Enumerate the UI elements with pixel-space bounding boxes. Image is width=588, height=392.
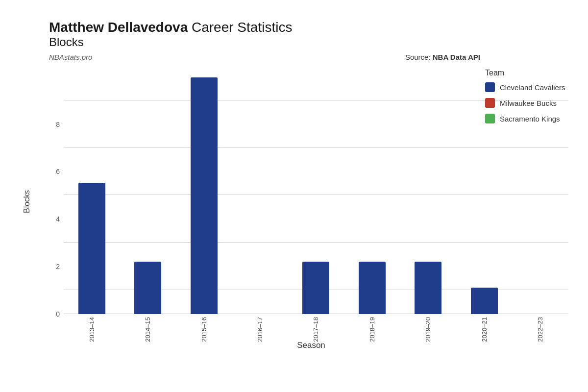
y-tick-labels: 02468 bbox=[39, 64, 64, 314]
player-name: Matthew Dellavedova bbox=[49, 20, 188, 35]
bar-group bbox=[176, 64, 232, 314]
bar-group bbox=[120, 64, 175, 314]
bar-group bbox=[288, 64, 344, 314]
chart-subtitle: Blocks bbox=[49, 35, 578, 49]
y-tick-label: 8 bbox=[56, 121, 60, 128]
x-tick: 2018–19 bbox=[344, 314, 400, 339]
legend: Team Cleveland CavaliersMilwaukee BucksS… bbox=[485, 69, 573, 129]
bar bbox=[302, 262, 329, 314]
y-tick-label: 2 bbox=[56, 263, 60, 270]
source-left: NBAstats.pro bbox=[49, 53, 405, 61]
x-axis-title: Season bbox=[20, 341, 578, 350]
bar-group bbox=[344, 64, 400, 314]
bar bbox=[134, 262, 161, 314]
legend-item: Sacramento Kings bbox=[485, 114, 573, 123]
chart-container: Matthew Dellavedova Career Statistics Bl… bbox=[0, 0, 588, 392]
legend-title: Team bbox=[485, 69, 573, 77]
x-tick: 2015–16 bbox=[176, 314, 232, 339]
legend-item: Milwaukee Bucks bbox=[485, 98, 573, 108]
bar bbox=[359, 262, 386, 314]
x-axis-labels: 2013–142014–152015–162016–172017–182018–… bbox=[64, 314, 568, 339]
legend-label: Cleveland Cavaliers bbox=[500, 83, 565, 92]
bar-group bbox=[64, 64, 120, 314]
y-tick-label: 0 bbox=[56, 310, 60, 318]
legend-swatch bbox=[485, 114, 495, 123]
title-regular: Career Statistics bbox=[188, 20, 292, 35]
source-bold: NBA Data API bbox=[433, 53, 480, 61]
legend-label: Milwaukee Bucks bbox=[500, 99, 557, 107]
bar-group bbox=[232, 64, 288, 314]
bar bbox=[78, 183, 105, 314]
bar-group bbox=[400, 64, 456, 314]
x-tick: 2020–21 bbox=[456, 314, 512, 339]
y-tick-label: 6 bbox=[56, 168, 60, 175]
source-prefix: Source: bbox=[405, 53, 433, 61]
x-tick: 2014–15 bbox=[120, 314, 175, 339]
legend-swatch bbox=[485, 82, 495, 92]
x-tick: 2013–14 bbox=[64, 314, 120, 339]
x-tick: 2017–18 bbox=[288, 314, 344, 339]
source-row: NBAstats.pro Source: NBA Data API bbox=[20, 53, 578, 61]
x-tick: 2019–20 bbox=[400, 314, 456, 339]
x-tick: 2016–17 bbox=[232, 314, 288, 339]
title-section: Matthew Dellavedova Career Statistics Bl… bbox=[20, 20, 578, 49]
legend-swatch bbox=[485, 98, 495, 108]
y-tick-label: 4 bbox=[56, 215, 60, 223]
chart-title: Matthew Dellavedova Career Statistics bbox=[49, 20, 578, 35]
legend-label: Sacramento Kings bbox=[500, 115, 560, 123]
bar bbox=[471, 288, 498, 314]
bar bbox=[415, 262, 441, 314]
legend-item: Cleveland Cavaliers bbox=[485, 82, 573, 92]
y-axis-label: Blocks bbox=[20, 64, 34, 339]
legend-items: Cleveland CavaliersMilwaukee BucksSacram… bbox=[485, 82, 573, 123]
bar bbox=[191, 77, 218, 314]
x-tick: 2022–23 bbox=[513, 314, 568, 339]
source-right: Source: NBA Data API bbox=[405, 53, 480, 61]
